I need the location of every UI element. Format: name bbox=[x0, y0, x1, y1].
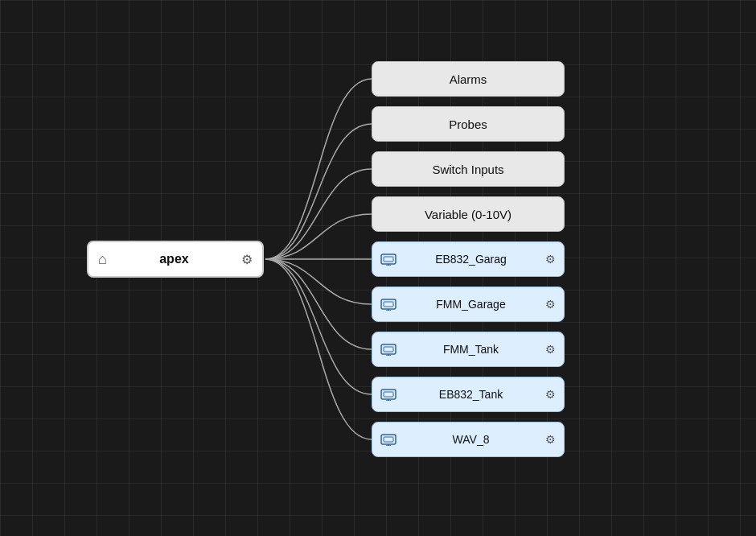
home-icon: ⌂ bbox=[98, 251, 107, 268]
variable-label: Variable (0-10V) bbox=[425, 208, 512, 221]
svg-rect-1 bbox=[384, 257, 393, 262]
eb832-tank-label: EB832_Tank bbox=[396, 388, 545, 401]
wav-8-node[interactable]: WAV_8 ⚙ bbox=[372, 422, 565, 457]
alarms-label: Alarms bbox=[450, 72, 487, 86]
probes-node[interactable]: Probes bbox=[372, 106, 565, 142]
switch-inputs-label: Switch Inputs bbox=[432, 163, 503, 176]
eb832-tank-gear-icon[interactable]: ⚙ bbox=[545, 388, 556, 401]
fmm-tank-label: FMM_Tank bbox=[396, 343, 545, 356]
alarms-node[interactable]: Alarms bbox=[372, 61, 565, 97]
device-icon-eb832t bbox=[380, 388, 396, 401]
apex-label: apex bbox=[159, 252, 188, 266]
svg-rect-13 bbox=[384, 392, 393, 397]
eb832-garag-node[interactable]: EB832_Garag ⚙ bbox=[372, 241, 565, 277]
svg-rect-5 bbox=[384, 302, 393, 307]
wav-8-label: WAV_8 bbox=[396, 433, 545, 446]
fmm-tank-node[interactable]: FMM_Tank ⚙ bbox=[372, 332, 565, 367]
eb832-garag-label: EB832_Garag bbox=[396, 253, 545, 266]
svg-rect-9 bbox=[384, 347, 393, 352]
apex-gear-icon[interactable]: ⚙ bbox=[241, 252, 253, 267]
probes-label: Probes bbox=[449, 118, 487, 131]
device-icon-fmmtank bbox=[380, 343, 396, 356]
fmm-garage-gear-icon[interactable]: ⚙ bbox=[545, 298, 556, 311]
device-icon-fmmgarage bbox=[380, 298, 396, 311]
variable-node[interactable]: Variable (0-10V) bbox=[372, 196, 565, 232]
fmm-garage-node[interactable]: FMM_Garage ⚙ bbox=[372, 287, 565, 322]
svg-rect-17 bbox=[384, 437, 393, 442]
eb832-garag-gear-icon[interactable]: ⚙ bbox=[545, 253, 556, 266]
fmm-garage-label: FMM_Garage bbox=[396, 298, 545, 311]
wav-8-gear-icon[interactable]: ⚙ bbox=[545, 433, 556, 446]
fmm-tank-gear-icon[interactable]: ⚙ bbox=[545, 343, 556, 356]
switch-inputs-node[interactable]: Switch Inputs bbox=[372, 151, 565, 187]
apex-node[interactable]: ⌂ apex ⚙ bbox=[87, 241, 264, 278]
eb832-tank-node[interactable]: EB832_Tank ⚙ bbox=[372, 377, 565, 412]
device-icon-eb832g bbox=[380, 253, 396, 266]
device-icon-wav8 bbox=[380, 433, 396, 446]
